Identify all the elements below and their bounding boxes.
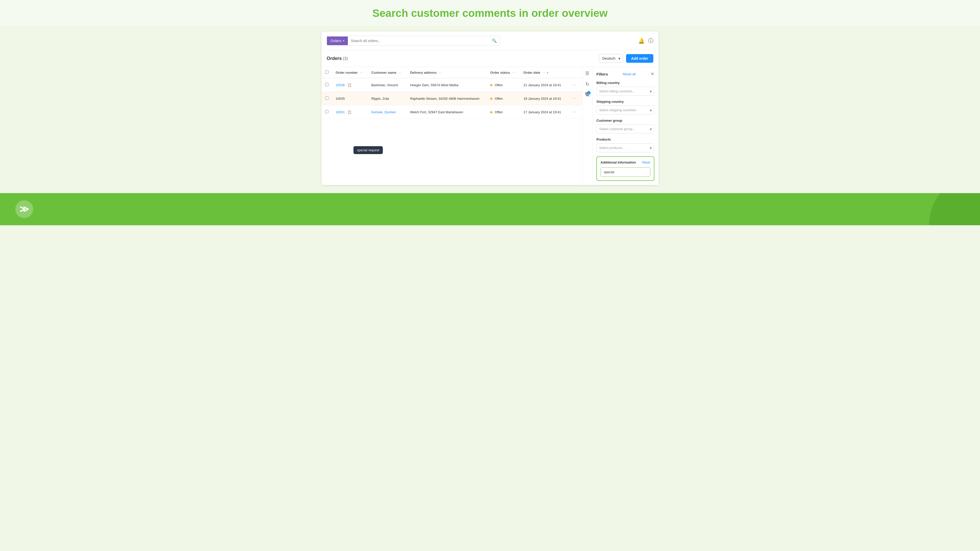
billing-country-label: Billing country xyxy=(597,81,654,85)
order-status-cell: Offen xyxy=(487,105,520,119)
refresh-icon-button[interactable]: ↻ xyxy=(584,80,591,89)
row-checkbox[interactable] xyxy=(325,83,328,86)
order-date-value: 17 January 2024 at 19:41 xyxy=(523,110,561,114)
logo-symbol: ≫ xyxy=(19,204,29,214)
copy-icon[interactable]: 📋 xyxy=(347,83,352,87)
order-status-value: Offen xyxy=(495,97,503,100)
row-checkbox-cell xyxy=(321,105,332,119)
table-filters-row: special request Order number ··· Custome… xyxy=(321,67,659,185)
question-icon: ⓘ xyxy=(648,38,653,43)
th-order-date-menu-icon[interactable]: ··· xyxy=(542,71,545,74)
th-customer-name-label: Customer name xyxy=(371,71,396,75)
customer-name-cell: Bashirian, Vincent xyxy=(368,78,407,92)
th-customer-name-menu-icon[interactable]: ··· xyxy=(399,71,401,74)
language-select-wrap: Deutsch English xyxy=(599,54,623,63)
row-checkbox[interactable] xyxy=(325,97,328,100)
filter-icon-button[interactable]: 🏗 1 xyxy=(584,91,591,99)
additional-info-reset-button[interactable]: Reset xyxy=(642,161,650,164)
table-header-row: Order number ··· Customer name ··· Deliv… xyxy=(321,67,582,78)
additional-info-section: Additional information Reset xyxy=(597,156,654,181)
billing-country-select-wrap: Select billing countries... xyxy=(597,87,654,96)
row-checkbox[interactable] xyxy=(325,110,328,113)
language-select[interactable]: Deutsch English xyxy=(599,54,623,63)
columns-icon: ☰ xyxy=(585,71,589,76)
orders-button-label: Orders xyxy=(331,39,342,43)
order-number-cell: 10001 📋 xyxy=(332,105,368,119)
filters-panel: Filters Reset all ✕ Billing country Sele… xyxy=(592,67,659,185)
row-actions-cell: ··· xyxy=(567,105,582,119)
customer-group-select-wrap: Select customer group... xyxy=(597,124,654,133)
filters-title: Filters xyxy=(597,72,608,76)
row-menu-button[interactable]: ··· xyxy=(570,82,578,88)
order-number-cell: 10036 📋 xyxy=(332,78,368,92)
reset-all-button[interactable]: Reset all xyxy=(623,72,636,76)
green-footer: ≫ xyxy=(0,193,980,225)
shipping-country-label: Shipping country xyxy=(597,100,654,103)
row-actions-cell: ··· xyxy=(567,78,582,92)
copy-icon[interactable]: 📋 xyxy=(347,110,352,114)
orders-table: Order number ··· Customer name ··· Deliv… xyxy=(321,67,582,119)
row-menu-button[interactable]: ··· xyxy=(570,109,578,115)
page-title: Search customer comments in order overvi… xyxy=(0,7,980,19)
columns-icon-button[interactable]: ☰ xyxy=(584,69,591,78)
close-icon: ✕ xyxy=(651,71,654,76)
th-order-status-menu-icon[interactable]: ··· xyxy=(512,71,515,74)
select-all-checkbox[interactable] xyxy=(325,70,328,74)
th-customer-name: Customer name ··· xyxy=(368,67,407,78)
notification-button[interactable]: 🔔 xyxy=(638,38,645,44)
orders-chevron-icon: ▾ xyxy=(343,39,344,42)
top-bar: Orders ▾ 🔍 🔔 ⓘ xyxy=(321,32,659,50)
delivery-address-cell: Welch Fort, 32947 East Martahaven xyxy=(407,105,487,119)
table-row: 10001 📋 Kerluke, Quinten Welch Fort, 329… xyxy=(321,105,582,119)
row-menu-button[interactable]: ··· xyxy=(570,95,578,102)
close-filters-button[interactable]: ✕ xyxy=(651,71,654,77)
order-status-value: Offen xyxy=(495,110,503,114)
shipping-country-filter: Shipping country Select shipping countri… xyxy=(597,100,654,114)
customer-group-select[interactable]: Select customer group... xyxy=(597,124,654,133)
th-order-date: Order date ··· ▾ xyxy=(520,67,567,78)
search-input[interactable] xyxy=(348,37,489,45)
delivery-address-cell: Raphaelle Stream, 34292-4806 Hammeshaven xyxy=(407,92,487,105)
th-order-status: Order status ··· xyxy=(487,67,520,78)
refresh-icon: ↻ xyxy=(585,82,589,87)
order-status-cell: Offen xyxy=(487,92,520,105)
select-all-checkbox-header xyxy=(321,67,332,78)
tooltip: special request xyxy=(353,146,383,154)
status-dot-icon xyxy=(490,111,492,113)
order-number-link[interactable]: 10036 xyxy=(336,83,345,87)
tooltip-text: special request xyxy=(357,148,379,152)
th-order-number-menu-icon[interactable]: ··· xyxy=(360,71,363,74)
search-icon-button[interactable]: 🔍 xyxy=(489,36,500,45)
additional-info-input[interactable] xyxy=(600,167,650,177)
order-number-cell: 10035 xyxy=(332,92,368,105)
additional-info-title: Additional information xyxy=(600,160,636,164)
products-label: Products xyxy=(597,138,654,141)
th-delivery-address: Delivery address ··· xyxy=(407,67,487,78)
order-number-link[interactable]: 10001 xyxy=(336,110,345,114)
table-container: special request Order number ··· Custome… xyxy=(321,67,582,185)
billing-country-filter: Billing country Select billing countries… xyxy=(597,81,654,96)
customer-name-link[interactable]: Kerluke, Quinten xyxy=(371,110,396,114)
additional-info-header: Additional information Reset xyxy=(600,160,650,164)
customer-name-cell: Kerluke, Quinten xyxy=(368,105,407,119)
customer-name-cell: Rippin, Zola xyxy=(368,92,407,105)
th-delivery-address-menu-icon[interactable]: ··· xyxy=(439,71,442,74)
order-date-value: 19 January 2024 at 19:41 xyxy=(523,97,561,100)
add-order-button[interactable]: Add order xyxy=(626,54,653,63)
products-select-wrap: Select products... xyxy=(597,143,654,152)
th-order-number-label: Order number xyxy=(336,71,358,75)
customer-name-value: Bashirian, Vincent xyxy=(371,83,398,87)
billing-country-select[interactable]: Select billing countries... xyxy=(597,87,654,96)
order-status-value: Offen xyxy=(495,83,503,87)
orders-header-row: Orders (3) Deutsch English Add order xyxy=(321,50,659,67)
top-bar-icons: 🔔 ⓘ xyxy=(638,37,653,44)
delivery-address-cell: Hoeger Dam, 55674 West Melba xyxy=(407,78,487,92)
shipping-country-select[interactable]: Select shipping countries . xyxy=(597,106,654,114)
row-checkbox-cell xyxy=(321,78,332,92)
filters-header: Filters Reset all ✕ xyxy=(597,71,654,77)
th-order-status-label: Order status xyxy=(490,71,510,75)
products-select[interactable]: Select products... xyxy=(597,143,654,152)
help-button[interactable]: ⓘ xyxy=(648,37,653,44)
customer-group-label: Customer group xyxy=(597,119,654,122)
orders-dropdown-button[interactable]: Orders ▾ xyxy=(327,37,348,45)
